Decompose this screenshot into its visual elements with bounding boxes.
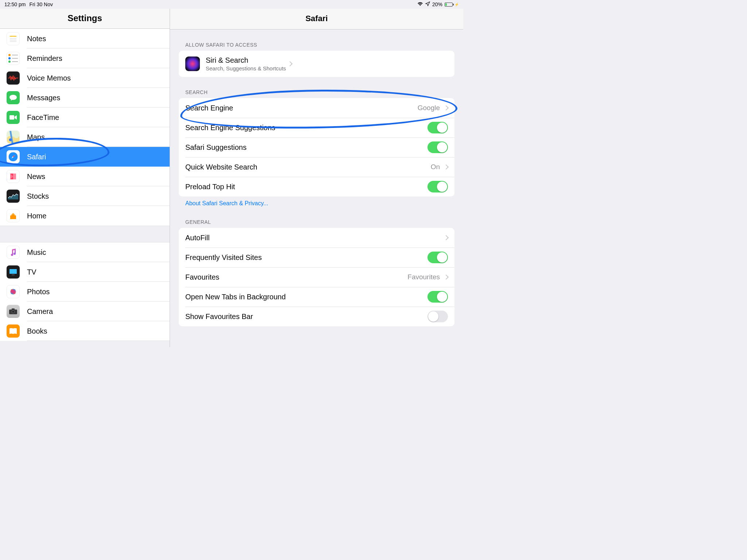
- notes-icon: [7, 32, 20, 45]
- section-header-search: Search: [170, 77, 463, 98]
- sidebar-item-messages[interactable]: Messages: [0, 88, 170, 108]
- settings-sidebar: Settings Notes Reminders: [0, 9, 170, 347]
- chevron-right-icon: [444, 105, 449, 110]
- sidebar-item-news[interactable]: News: [0, 167, 170, 186]
- sidebar-item-label: Music: [27, 248, 46, 257]
- toggle-new-tabs-bg[interactable]: [427, 291, 448, 303]
- row-show-favourites-bar[interactable]: Show Favourites Bar: [179, 307, 454, 326]
- stocks-icon: [7, 190, 20, 203]
- sidebar-item-music[interactable]: Music: [0, 242, 170, 262]
- row-label: Show Favourites Bar: [185, 312, 427, 321]
- favourites-value: Favourites: [407, 273, 440, 281]
- sidebar-item-safari[interactable]: Safari: [0, 147, 170, 167]
- sidebar-item-label: Notes: [27, 35, 46, 43]
- search-engine-label: Search Engine: [185, 104, 418, 112]
- sidebar-item-label: Safari: [27, 153, 46, 161]
- sidebar-item-notes[interactable]: Notes: [0, 29, 170, 48]
- messages-icon: [7, 91, 20, 104]
- svg-rect-20: [12, 308, 15, 310]
- home-icon: [7, 209, 20, 222]
- row-favourites[interactable]: Favourites Favourites: [179, 267, 454, 287]
- sidebar-item-label: Maps: [27, 133, 45, 141]
- sidebar-item-photos[interactable]: Photos: [0, 282, 170, 302]
- camera-icon: [7, 305, 20, 318]
- svg-point-22: [12, 311, 14, 313]
- svg-rect-9: [9, 269, 17, 274]
- wifi-icon: [417, 1, 423, 7]
- row-siri-search[interactable]: Siri & Search Search, Suggestions & Shor…: [179, 51, 454, 77]
- row-label: Safari Suggestions: [185, 143, 427, 152]
- sidebar-item-voice-memos[interactable]: Voice Memos: [0, 68, 170, 88]
- sidebar-item-label: Photos: [27, 288, 50, 296]
- chevron-right-icon: [444, 275, 449, 280]
- row-search-engine[interactable]: Search Engine Google: [179, 98, 454, 118]
- battery-icon: ⚡: [445, 3, 459, 7]
- row-autofill[interactable]: AutoFill: [179, 228, 454, 248]
- siri-title: Siri & Search: [206, 56, 286, 65]
- sidebar-item-label: TV: [27, 268, 36, 276]
- books-icon: [7, 324, 20, 338]
- sidebar-item-stocks[interactable]: Stocks: [0, 186, 170, 206]
- row-preload-top-hit[interactable]: Preload Top Hit: [179, 177, 454, 197]
- row-label: Preload Top Hit: [185, 183, 427, 191]
- battery-percent: 20%: [432, 1, 442, 7]
- sidebar-item-label: Messages: [27, 94, 60, 102]
- sidebar-item-camera[interactable]: Camera: [0, 302, 170, 321]
- row-label: AutoFill: [185, 234, 442, 242]
- sidebar-item-tv[interactable]: TV: [0, 262, 170, 282]
- svg-rect-0: [10, 36, 16, 37]
- sidebar-item-facetime[interactable]: FaceTime: [0, 108, 170, 127]
- link-about-privacy[interactable]: About Safari Search & Privacy...: [170, 197, 463, 207]
- status-date: Fri 30 Nov: [29, 1, 53, 7]
- sidebar-item-label: Voice Memos: [27, 74, 71, 82]
- toggle-preload-top-hit[interactable]: [427, 181, 448, 192]
- sidebar-item-home[interactable]: Home: [0, 206, 170, 226]
- siri-subtitle: Search, Suggestions & Shortcuts: [206, 65, 286, 71]
- detail-pane: Safari Allow Safari to Access Siri & Sea…: [170, 9, 463, 347]
- sidebar-item-label: Home: [27, 212, 46, 220]
- row-label: Search Engine Suggestions: [185, 124, 427, 132]
- sidebar-item-label: Camera: [27, 307, 53, 316]
- photos-icon: [7, 285, 20, 298]
- toggle-safari-suggestions[interactable]: [427, 141, 448, 153]
- facetime-icon: [7, 111, 20, 124]
- siri-icon: [185, 57, 200, 71]
- svg-point-6: [9, 139, 12, 141]
- row-label: Open New Tabs in Background: [185, 293, 427, 301]
- sidebar-item-label: Stocks: [27, 192, 49, 201]
- section-header-allow: Allow Safari to Access: [170, 30, 463, 51]
- maps-icon: [7, 131, 20, 144]
- status-bar: 12:50 pm Fri 30 Nov 20% ⚡: [0, 0, 463, 9]
- sidebar-item-label: Reminders: [27, 54, 62, 63]
- toggle-frequently-visited[interactable]: [427, 252, 448, 263]
- sidebar-item-reminders[interactable]: Reminders: [0, 48, 170, 68]
- svg-rect-4: [9, 115, 14, 120]
- row-label: Quick Website Search: [185, 163, 431, 171]
- toggle-favourites-bar[interactable]: [427, 311, 448, 322]
- sidebar-item-maps[interactable]: Maps: [0, 127, 170, 147]
- row-frequently-visited[interactable]: Frequently Visited Sites: [179, 248, 454, 267]
- search-engine-value: Google: [418, 104, 440, 112]
- music-icon: [7, 246, 20, 259]
- status-time: 12:50 pm: [4, 1, 26, 7]
- row-open-new-tabs-bg[interactable]: Open New Tabs in Background: [179, 287, 454, 307]
- chevron-right-icon: [444, 235, 449, 240]
- row-label: Favourites: [185, 273, 407, 281]
- row-label: Frequently Visited Sites: [185, 253, 427, 262]
- sidebar-item-label: Books: [27, 327, 47, 335]
- sidebar-title: Settings: [0, 9, 170, 29]
- reminders-icon: [7, 52, 20, 65]
- section-header-general: General: [170, 207, 463, 228]
- row-search-suggestions[interactable]: Search Engine Suggestions: [179, 118, 454, 137]
- row-quick-website-search[interactable]: Quick Website Search On: [179, 157, 454, 177]
- chevron-right-icon: [444, 164, 449, 170]
- chevron-right-icon: [287, 61, 293, 66]
- safari-icon: [7, 150, 20, 163]
- toggle-search-suggestions[interactable]: [427, 122, 448, 133]
- svg-rect-10: [12, 275, 15, 275]
- news-icon: [7, 170, 20, 183]
- sidebar-item-label: FaceTime: [27, 113, 59, 122]
- sidebar-item-books[interactable]: Books: [0, 321, 170, 341]
- location-icon: [425, 1, 430, 7]
- row-safari-suggestions[interactable]: Safari Suggestions: [179, 137, 454, 157]
